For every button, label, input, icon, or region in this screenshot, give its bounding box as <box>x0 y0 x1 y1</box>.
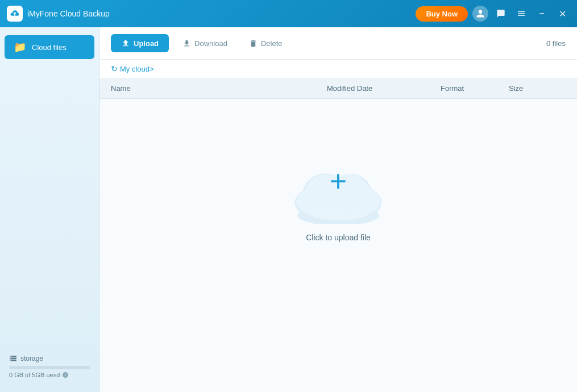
title-bar: iMyFone Cloud Backup Buy Now − ✕ <box>0 0 577 27</box>
storage-text-label: storage <box>20 355 43 362</box>
cloud-upload-illustration: + <box>281 133 395 224</box>
breadcrumb-text[interactable]: My cloud> <box>120 65 154 73</box>
app-logo <box>7 6 23 22</box>
storage-label: storage <box>9 355 90 362</box>
upload-icon <box>121 39 130 48</box>
upload-button[interactable]: Upload <box>111 34 169 52</box>
toolbar: Upload Download Delete 0 files <box>99 27 577 60</box>
toolbar-left: Upload Download Delete <box>111 34 290 52</box>
sidebar-item-label: Cloud files <box>32 43 67 52</box>
chat-icon-button[interactable] <box>493 6 509 22</box>
empty-state-text: Click to upload file <box>306 233 371 242</box>
title-bar-left: iMyFone Cloud Backup <box>7 6 110 22</box>
refresh-icon: ↻ <box>111 64 118 73</box>
main-layout: 📁 Cloud files storage 0 GB of 5GB uesd <box>0 27 577 392</box>
sidebar: 📁 Cloud files storage 0 GB of 5GB uesd <box>0 27 99 392</box>
sidebar-item-cloud-files[interactable]: 📁 Cloud files <box>5 35 94 59</box>
sidebar-bottom: storage 0 GB of 5GB uesd <box>0 348 99 385</box>
avatar[interactable] <box>472 6 488 22</box>
folder-icon: 📁 <box>14 41 26 53</box>
breadcrumb-bar[interactable]: ↻ My cloud> <box>99 60 577 78</box>
info-icon <box>62 372 69 378</box>
table-container: Name Modified Date Format Size <box>99 78 577 392</box>
col-name: Name <box>111 84 327 93</box>
app-title: iMyFone Cloud Backup <box>27 9 110 18</box>
col-format: Format <box>441 84 509 93</box>
table-header: Name Modified Date Format Size <box>99 78 577 99</box>
delete-icon <box>249 39 258 48</box>
col-modified-date: Modified Date <box>327 84 441 93</box>
download-button[interactable]: Download <box>175 35 235 52</box>
title-bar-right: Buy Now − ✕ <box>416 6 570 22</box>
storage-bar-container <box>9 366 90 369</box>
content-area: Upload Download Delete 0 files <box>99 27 577 392</box>
download-icon <box>182 39 191 48</box>
storage-icon <box>9 355 17 362</box>
file-count: 0 files <box>546 39 566 48</box>
plus-icon: + <box>330 166 347 196</box>
empty-state[interactable]: + Click to upload file <box>99 99 577 276</box>
buy-now-button[interactable]: Buy Now <box>416 6 468 22</box>
col-size: Size <box>509 84 566 93</box>
table-body: + Click to upload file <box>99 99 577 326</box>
menu-icon-button[interactable] <box>513 6 529 22</box>
minimize-button[interactable]: − <box>534 6 550 22</box>
close-button[interactable]: ✕ <box>554 6 570 22</box>
delete-button[interactable]: Delete <box>241 35 290 52</box>
storage-usage-text: 0 GB of 5GB uesd <box>9 372 90 378</box>
